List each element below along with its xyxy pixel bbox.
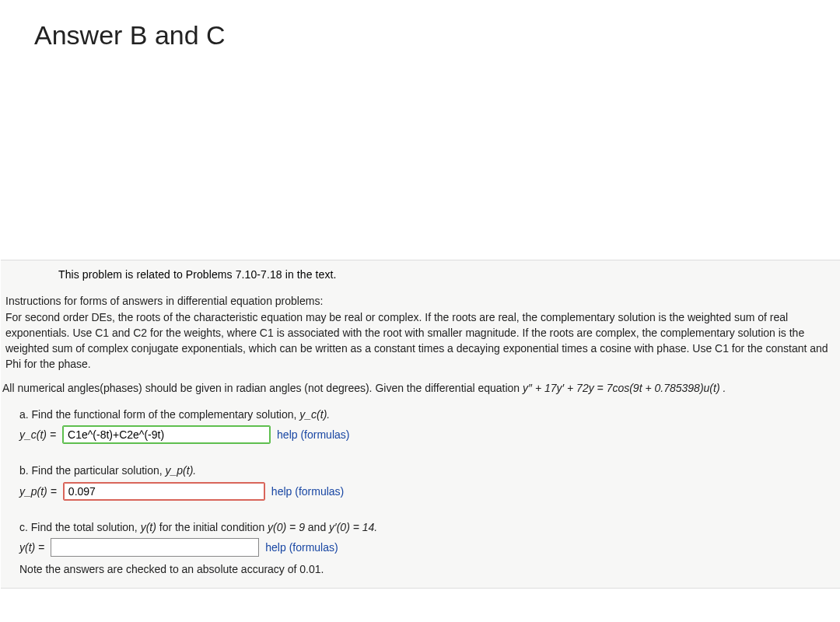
part-c-input[interactable]: [51, 538, 259, 557]
page-title: Answer B and C: [34, 20, 840, 51]
part-a-prompt: a. Find the functional form of the compl…: [19, 408, 299, 421]
part-a-lhs: y_c(t) =: [19, 427, 56, 442]
problem-panel: This problem is related to Problems 7.10…: [1, 260, 840, 589]
part-b: b. Find the particular solution, y_p(t).…: [1, 458, 840, 503]
part-c-help-link[interactable]: help (formulas): [265, 540, 338, 555]
instructions-block: Instructions for forms of answers in dif…: [1, 287, 840, 375]
de-equation: y″ + 17y′ + 72y = 7cos(9t + 0.785398)u(t…: [523, 382, 726, 394]
part-b-lhs: y_p(t) =: [19, 484, 57, 499]
equation-line: All numerical angles(phases) should be g…: [1, 376, 840, 402]
part-c-cond2: y′(0) = 14.: [329, 521, 377, 533]
accuracy-note: Note the answers are checked to an absol…: [1, 560, 840, 577]
part-a-help-link[interactable]: help (formulas): [277, 427, 349, 442]
related-text: This problem is related to Problems 7.10…: [1, 260, 840, 287]
part-c-prompt-mid: for the initial condition: [159, 521, 268, 533]
part-a-var: y_c(t).: [299, 408, 330, 421]
part-c-prompt-pre: c. Find the total solution,: [19, 521, 141, 533]
part-c: c. Find the total solution, y(t) for the…: [1, 515, 840, 560]
part-c-lhs: y(t) =: [19, 540, 44, 555]
part-c-var1: y(t): [141, 521, 156, 533]
instructions-heading: Instructions for forms of answers in dif…: [5, 295, 323, 307]
part-b-var: y_p(t).: [166, 464, 197, 477]
part-c-and: and: [308, 521, 329, 533]
part-c-cond1: y(0) = 9: [268, 521, 305, 533]
part-a: a. Find the functional form of the compl…: [1, 402, 840, 447]
part-b-input[interactable]: [63, 482, 265, 501]
part-b-help-link[interactable]: help (formulas): [271, 484, 344, 499]
angles-pre-text: All numerical angles(phases) should be g…: [2, 382, 523, 394]
part-a-input[interactable]: [62, 425, 271, 444]
instructions-body: For second order DEs, the roots of the c…: [5, 311, 828, 371]
part-b-prompt: b. Find the particular solution,: [19, 464, 166, 477]
